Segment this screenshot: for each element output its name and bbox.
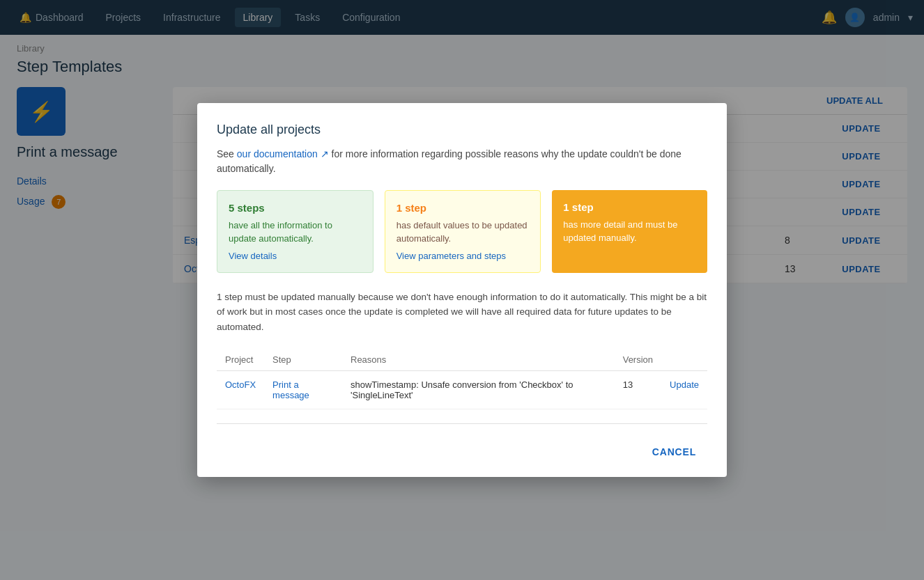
col-action: [661, 349, 707, 371]
modal-overlay: Update all projects See our documentatio…: [0, 0, 924, 580]
cancel-button[interactable]: CANCEL: [641, 441, 707, 463]
modal-description: See our documentation ↗ for more informa…: [217, 147, 707, 176]
card-yellow: 1 step has default values to be updated …: [385, 190, 541, 272]
card-desc-orange: has more detail and must be updated manu…: [563, 219, 696, 244]
view-parameters-link[interactable]: View parameters and steps: [396, 251, 530, 261]
modal-divider: [217, 423, 707, 424]
card-steps-yellow: 1 step: [396, 202, 530, 214]
row-reason: showTimestamp: Unsafe conversion from 'C…: [342, 370, 615, 409]
row-version: 13: [615, 370, 661, 409]
external-link-icon: ↗: [321, 148, 329, 159]
card-steps-orange: 1 step: [563, 201, 696, 213]
table-row: OctoFX Print a message showTimestamp: Un…: [217, 370, 707, 409]
col-version: Version: [615, 349, 661, 371]
modal-dialog: Update all projects See our documentatio…: [197, 103, 727, 476]
row-project-link[interactable]: OctoFX: [225, 379, 256, 390]
info-text: 1 step must be updated manually because …: [217, 290, 707, 335]
doc-link[interactable]: our documentation ↗: [237, 148, 329, 159]
col-reasons: Reasons: [342, 349, 615, 371]
row-update-link[interactable]: Update: [670, 379, 699, 390]
card-desc-yellow: has default values to be updated automat…: [396, 219, 530, 244]
col-step: Step: [264, 349, 342, 371]
card-green: 5 steps have all the information to upda…: [217, 190, 374, 272]
card-orange: 1 step has more detail and must be updat…: [552, 190, 707, 272]
card-desc-green: have all the information to update autom…: [229, 219, 362, 244]
cards-row: 5 steps have all the information to upda…: [217, 190, 707, 272]
manual-update-table: Project Step Reasons Version OctoFX Prin…: [217, 349, 707, 409]
view-details-link[interactable]: View details: [229, 251, 362, 261]
modal-title: Update all projects: [217, 123, 707, 137]
modal-footer: CANCEL: [217, 435, 707, 463]
card-steps-green: 5 steps: [229, 202, 362, 214]
col-project: Project: [217, 349, 264, 371]
row-step-link[interactable]: Print a message: [272, 379, 309, 400]
